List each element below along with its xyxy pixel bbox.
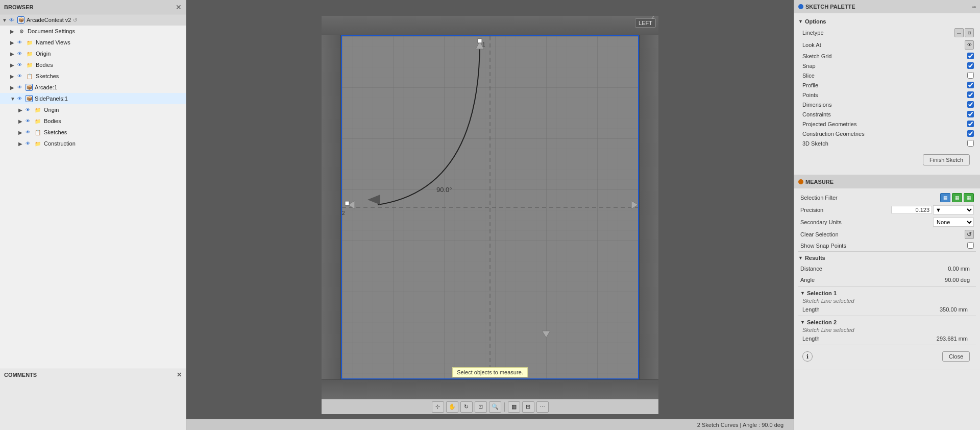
distance-label: Distance: [800, 266, 841, 272]
sel1-length-value: 350.00 mm: [936, 305, 972, 314]
browser-title: BROWSER: [4, 4, 33, 10]
sketch-palette-collapse[interactable]: ⇒: [972, 4, 976, 10]
filter-icon-green1[interactable]: ▦: [952, 193, 962, 202]
eye-views[interactable]: 👁: [17, 40, 24, 45]
construction-geo-checkbox[interactable]: [967, 130, 974, 137]
slice-checkbox[interactable]: [967, 72, 974, 79]
orbit-tool[interactable]: ↻: [460, 401, 473, 413]
sketch-palette-dot: [798, 4, 803, 9]
clear-selection-icon[interactable]: ↺: [965, 230, 974, 239]
zoom-fit-tool[interactable]: ⊡: [475, 401, 487, 413]
constraints-checkbox[interactable]: [967, 111, 974, 117]
arrow-views[interactable]: ▶: [10, 40, 17, 45]
eye-bodies2[interactable]: 👁: [26, 118, 33, 124]
eye-sketches2[interactable]: 👁: [26, 130, 33, 135]
clear-selection-label: Clear Selection: [800, 231, 841, 237]
arrow-sidepanels[interactable]: ▼: [10, 96, 17, 102]
profile-checkbox[interactable]: [967, 82, 974, 88]
secondary-units-select[interactable]: None: [933, 218, 974, 227]
tree-item-arcade1[interactable]: ▶ 👁 📦 Arcade:1: [0, 82, 186, 93]
eye-origin[interactable]: 👁: [17, 51, 24, 56]
refresh-icon[interactable]: ↺: [73, 17, 77, 23]
options-label: Options: [805, 18, 826, 25]
results-arrow[interactable]: ▼: [798, 255, 803, 260]
tree-item-sidepanels[interactable]: ▼ 👁 📦 SidePanels:1: [0, 93, 186, 104]
tree-item-sketches2[interactable]: ▶ 👁 📋 Sketches: [0, 127, 186, 138]
arrow-sketches2[interactable]: ▶: [18, 130, 26, 135]
linetype-dashed-icon[interactable]: ⊡: [965, 28, 974, 37]
tree-arrow-root[interactable]: ▼: [2, 17, 9, 23]
precision-select[interactable]: ▼: [933, 205, 974, 214]
pan-tool[interactable]: ✋: [446, 401, 458, 413]
sketch-grid-checkbox[interactable]: [967, 53, 974, 59]
tree-item-bodies[interactable]: ▶ 👁 📁 Bodies: [0, 59, 186, 70]
cursor-tool[interactable]: ⊹: [432, 401, 444, 413]
eye-arcade[interactable]: 👁: [17, 85, 24, 90]
component-icon-sidepanels: 📦: [26, 95, 33, 102]
sel2-length-value: 293.681 mm: [933, 335, 972, 343]
dimensions-checkbox[interactable]: [967, 101, 974, 108]
folder-icon-views: 📁: [26, 38, 34, 46]
tree-project-root[interactable]: ▼ 👁 📦 ArcadeContest v2 ↺: [0, 14, 186, 26]
arrow-bodies[interactable]: ▶: [10, 62, 17, 68]
eye-sidepanels[interactable]: 👁: [17, 96, 24, 101]
points-checkbox[interactable]: [967, 91, 974, 98]
grid-tool[interactable]: ⊞: [522, 401, 534, 413]
distance-value: 0.00 mm: [944, 265, 974, 273]
tree-item-origin[interactable]: ▶ 👁 📁 Origin: [0, 48, 186, 59]
origin2-label: Origin: [44, 107, 59, 113]
display-tool[interactable]: ▦: [508, 401, 520, 413]
comments-close-icon[interactable]: ✕: [177, 371, 182, 378]
sketch-icon: 📋: [26, 72, 34, 80]
arrow-doc[interactable]: ▶: [10, 29, 17, 34]
arrow-origin2[interactable]: ▶: [18, 107, 26, 113]
close-button[interactable]: Close: [942, 351, 970, 362]
look-at-row: Look At 👁: [798, 39, 976, 51]
tree-item-construction[interactable]: ▶ 👁 📁 Construction: [0, 138, 186, 149]
eye-bodies[interactable]: 👁: [17, 62, 24, 67]
eye-origin2[interactable]: 👁: [26, 107, 33, 112]
tree-item-document-settings[interactable]: ▶ ⚙ Document Settings: [0, 26, 186, 37]
sel2-arrow[interactable]: ▼: [800, 320, 805, 325]
svg-text:90.0°: 90.0°: [436, 186, 452, 194]
eye-sketches[interactable]: 👁: [17, 74, 24, 79]
projected-geo-checkbox[interactable]: [967, 121, 974, 127]
precision-label: Precision: [800, 207, 841, 213]
finish-sketch-button[interactable]: Finish Sketch: [923, 154, 970, 165]
arrow-sketches[interactable]: ▶: [10, 74, 17, 79]
sketch-palette-section: SKETCH PALETTE ⇒ ▼ Options Linetype — ⊡: [794, 0, 980, 175]
browser-close-icon[interactable]: ✕: [176, 3, 182, 11]
info-button[interactable]: ℹ: [802, 351, 813, 362]
linetype-solid-icon[interactable]: —: [954, 28, 964, 37]
zoom-tool[interactable]: 🔍: [489, 401, 501, 413]
snap-checkbox[interactable]: [967, 62, 974, 69]
filter-icon-blue[interactable]: ▦: [940, 193, 950, 202]
secondary-units-label: Secondary Units: [800, 219, 842, 225]
precision-value: 0.123: [891, 206, 932, 214]
tree-item-origin2[interactable]: ▶ 👁 📁 Origin: [0, 104, 186, 115]
sel1-arrow[interactable]: ▼: [800, 291, 805, 296]
tree-item-named-views[interactable]: ▶ 👁 📁 Named Views: [0, 37, 186, 48]
sketch-icon2: 📋: [34, 128, 42, 136]
tree-item-sketches-top[interactable]: ▶ 👁 📋 Sketches: [0, 70, 186, 82]
measure-actions: ℹ Close: [798, 346, 976, 367]
arrow-origin[interactable]: ▶: [10, 51, 17, 57]
sketch-palette-body: ▼ Options Linetype — ⊡ Look At 👁: [794, 13, 980, 175]
options-arrow[interactable]: ▼: [798, 19, 803, 24]
3d-sketch-checkbox[interactable]: [967, 140, 974, 147]
measure-dot: [798, 179, 803, 184]
sketch-canvas[interactable]: 90.0° 1 2: [341, 35, 639, 379]
filter-icon-green2[interactable]: ▦: [964, 193, 974, 202]
more-tool[interactable]: ⋯: [536, 401, 549, 413]
precision-field-container: 0.123 ▼: [891, 205, 974, 214]
eye-construction[interactable]: 👁: [26, 141, 33, 146]
show-snap-checkbox[interactable]: [967, 242, 974, 249]
look-at-icon[interactable]: 👁: [965, 40, 974, 50]
bodies-label: Bodies: [36, 62, 53, 68]
arrow-bodies2[interactable]: ▶: [18, 118, 26, 124]
separator3: [798, 316, 976, 316]
tree-item-bodies2[interactable]: ▶ 👁 📁 Bodies: [0, 115, 186, 127]
arrow-arcade[interactable]: ▶: [10, 85, 17, 90]
arrow-construction[interactable]: ▶: [18, 141, 26, 147]
eye-icon-root[interactable]: 👁: [9, 17, 16, 23]
